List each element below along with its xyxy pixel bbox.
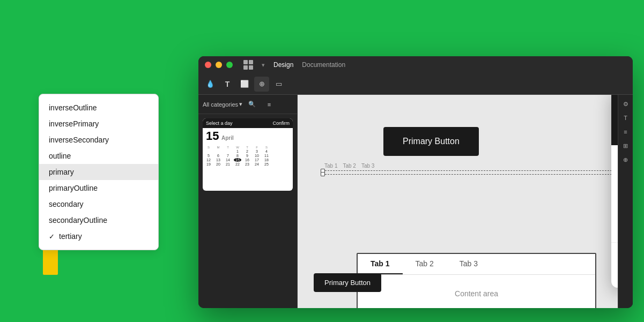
right-icon-5[interactable]: ⊕ bbox=[620, 154, 632, 166]
dropdown-item-inversesecondary[interactable]: inverseSecondary bbox=[39, 132, 158, 148]
dropdown-item-secondaryoutline[interactable]: secondaryOutline bbox=[39, 212, 158, 228]
tab-1[interactable]: Tab 1 bbox=[358, 254, 403, 274]
dropdown-container: inverseOutline inversePrimary inverseSec… bbox=[39, 94, 159, 250]
traffic-red[interactable] bbox=[205, 62, 211, 68]
tab-design[interactable]: Design bbox=[273, 61, 293, 69]
calendar-mini-grid: S M T W T F S 1 2 bbox=[203, 144, 293, 168]
panel-toolbar: All categories ▾ 🔍 ≡ bbox=[198, 95, 297, 114]
title-bar: ▾ Design Documentation bbox=[198, 56, 633, 73]
left-panel: All categories ▾ 🔍 ≡ Select a day Confir… bbox=[198, 95, 298, 308]
dropdown-item-outline[interactable]: outline bbox=[39, 148, 158, 164]
tabs-header: Tab 1 Tab 2 Tab 3 bbox=[358, 254, 595, 275]
window-body: All categories ▾ 🔍 ≡ Select a day Confir… bbox=[198, 95, 633, 308]
calendar-mini: Select a day Confirm 15 April S M T W bbox=[203, 118, 293, 191]
toolbar-image-icon[interactable]: ⬜ bbox=[237, 77, 252, 92]
grid-icon[interactable] bbox=[243, 60, 253, 70]
right-icon-3[interactable]: ≡ bbox=[620, 126, 632, 138]
chevron-down-icon: ▾ bbox=[239, 101, 242, 108]
toolbar-frame-icon[interactable]: ▭ bbox=[271, 77, 286, 92]
right-icon-4[interactable]: ⊞ bbox=[620, 140, 632, 152]
calendar-mini-header: Select a day Confirm bbox=[203, 118, 293, 128]
calendar-mini-date: 15 April bbox=[203, 128, 293, 144]
toolbar: 💧 T ⬜ ⊕ ▭ bbox=[198, 73, 633, 95]
tab-label-3: Tab 3 bbox=[361, 163, 374, 169]
traffic-green[interactable] bbox=[226, 62, 233, 68]
tab-2[interactable]: Tab 2 bbox=[403, 254, 447, 274]
calendar-mini-select: Select a day bbox=[206, 121, 233, 126]
tab-label-2: Tab 2 bbox=[343, 163, 356, 169]
search-icon[interactable]: 🔍 bbox=[245, 97, 260, 112]
tabs-component: Tab 1 Tab 2 Tab 3 Content area bbox=[357, 253, 596, 308]
tabs-content: Content area bbox=[358, 275, 595, 308]
toolbar-drop-icon[interactable]: 💧 bbox=[203, 77, 218, 92]
tabs-labels-above: Tab 1 Tab 2 Tab 3 bbox=[324, 163, 374, 169]
dropdown-item-primary[interactable]: primary bbox=[39, 164, 158, 180]
traffic-yellow[interactable] bbox=[216, 62, 222, 68]
toolbar-text-icon[interactable]: T bbox=[220, 77, 235, 92]
bottom-primary-button[interactable]: Primary Button bbox=[314, 273, 381, 292]
calendar-footer: Show code bbox=[611, 242, 618, 259]
dropdown-menu: inverseOutline inversePrimary inverseSec… bbox=[39, 94, 159, 250]
title-bar-center: ▾ Design Documentation bbox=[243, 60, 345, 70]
canvas-primary-button[interactable]: Primary Button bbox=[383, 127, 479, 156]
right-icon-2[interactable]: T bbox=[620, 112, 632, 124]
panel-content: Select a day Confirm 15 April S M T W bbox=[198, 114, 297, 308]
dropdown-item-tertiary[interactable]: tertiary bbox=[39, 228, 158, 244]
tab-3[interactable]: Tab 3 bbox=[447, 254, 491, 274]
filter-icon[interactable]: ≡ bbox=[262, 97, 277, 112]
calendar-popup: ✕ Select a day Confirm 15 April 2002 bbox=[611, 95, 618, 288]
selection-frame bbox=[322, 170, 615, 175]
toolbar-component-icon[interactable]: ⊕ bbox=[254, 77, 269, 92]
filter-dropdown[interactable]: All categories ▾ bbox=[203, 101, 242, 108]
canvas-area: Primary Button Tab 1 Tab 2 Tab 3 bbox=[298, 95, 618, 308]
calendar-header: ✕ Select a day Confirm 15 April 2002 bbox=[611, 95, 618, 145]
tab-label-1: Tab 1 bbox=[324, 163, 337, 169]
calendar-body: April 2002 ▾ ‹ › Sun Mon Tue Wed Thu bbox=[611, 145, 618, 227]
dropdown-item-primaryoutline[interactable]: primaryOutline bbox=[39, 180, 158, 196]
tab-documentation[interactable]: Documentation bbox=[302, 61, 345, 69]
handle-bl[interactable] bbox=[321, 172, 325, 176]
dropdown-item-inverseprimary[interactable]: inversePrimary bbox=[39, 116, 158, 132]
dropdown-item-secondary[interactable]: secondary bbox=[39, 196, 158, 212]
right-icons-panel: ⚙ T ≡ ⊞ ⊕ bbox=[618, 95, 633, 308]
main-window: ▾ Design Documentation 💧 T ⬜ ⊕ ▭ All cat… bbox=[198, 56, 633, 308]
dropdown-item-inverseoutline[interactable]: inverseOutline bbox=[39, 100, 158, 116]
calendar-mini-confirm: Confirm bbox=[272, 121, 290, 126]
filter-label: All categories bbox=[203, 101, 238, 108]
right-icon-1[interactable]: ⚙ bbox=[620, 98, 632, 110]
calendar-last-row: 28 29 30 bbox=[611, 227, 618, 242]
